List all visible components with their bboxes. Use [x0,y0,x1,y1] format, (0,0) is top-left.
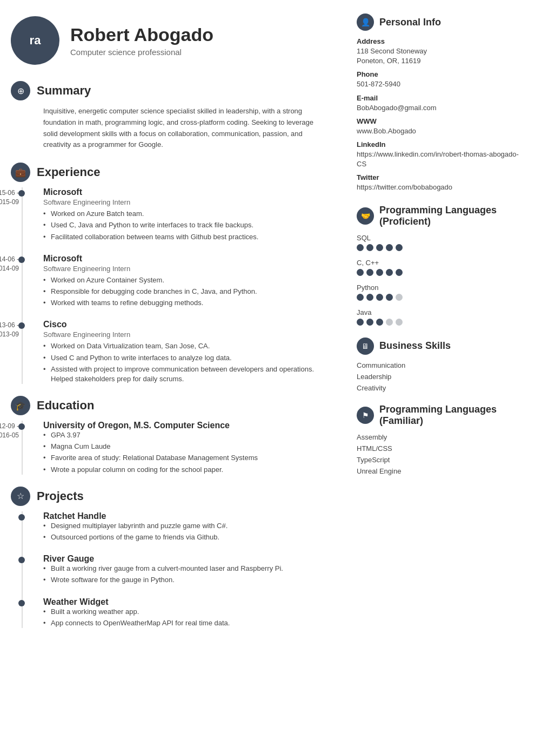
bullet-item: Built a working river gauge from a culve… [43,564,330,573]
filled-dot [386,244,393,251]
business-skills-icon: 🖥 [357,338,374,355]
filled-dot [357,319,364,326]
filled-dot [386,269,393,276]
filled-dot [366,319,373,326]
avatar: ra [11,16,59,65]
experience-date: 2013-06 - 2013-09 [0,321,19,339]
projects-icon: ☆ [11,487,30,506]
business-skills-section: 🖥 Business Skills CommunicationLeadershi… [357,338,524,392]
timeline-dot [18,600,25,606]
skill-name: Java [357,308,524,316]
filled-dot [376,269,383,276]
education-header: 🎓 Education [11,396,330,415]
bullet-item: Magna Cum Laude [43,442,330,451]
filled-dot [357,244,364,251]
project-title: River Gauge [43,554,330,564]
timeline-dot [18,514,25,521]
business-skills-title: Business Skills [379,340,451,352]
experience-item: 2014-06 - 2014-09MicrosoftSoftware Engin… [43,254,330,308]
summary-title: Summary [37,84,91,98]
business-skill-item: Communication [357,361,524,369]
empty-dot [396,319,403,326]
edu-bullets: GPA 3.97Magna Cum LaudeFavorite area of … [43,430,330,475]
linkedin-label: LinkedIn [357,140,524,148]
business-skills-list: CommunicationLeadershipCreativity [357,361,524,392]
personal-info-icon: 👤 [357,14,374,31]
summary-section: ⊕ Summary Inquisitive, energetic compute… [11,81,330,151]
email-block: E-mail BobAbogado@gmail.com [357,94,524,113]
skill-dots [357,319,524,326]
project-title: Weather Widget [43,597,330,607]
prog-proficient-header: 🤝 Programming Languages (Proficient) [357,205,524,227]
education-title: Education [37,399,94,413]
skill-dots [357,244,524,251]
summary-header: ⊕ Summary [11,81,330,100]
company-name: Microsoft [43,254,330,264]
email-label: E-mail [357,94,524,102]
skill-name: C, C++ [357,259,524,267]
filled-dot [376,319,383,326]
bullet-item: Worked on Data Virtualization team, San … [43,341,330,351]
skill-row: Python [357,284,524,301]
experience-header: 💼 Experience [11,163,330,182]
prog-familiar-icon: ⚑ [357,407,374,424]
bullet-item: Outsourced portions of the game to frien… [43,532,330,542]
business-skills-header: 🖥 Business Skills [357,338,524,355]
filled-dot [386,294,393,301]
project-item: Weather WidgetBuilt a working weather ap… [43,597,330,628]
bullet-item: Assisted with project to improve communi… [43,364,330,384]
skill-row: SQL [357,234,524,251]
familiar-lang-item: Unreal Engine [357,467,524,475]
header-text: Robert Abogado Computer science professi… [70,24,213,57]
bullet-item: Used C, Java and Python to write interfa… [43,220,330,230]
personal-info-header: 👤 Personal Info [357,14,524,31]
education-icon: 🎓 [11,396,30,415]
job-role: Software Engineering Intern [43,330,330,339]
prog-familiar-title: Programming Languages (Familiar) [379,404,524,427]
job-title: Computer science professional [70,48,213,57]
address-label: Address [357,37,524,45]
bullet-item: Facilitated collaboration between teams … [43,232,330,242]
school-name: University of Oregon, M.S. Computer Scie… [43,421,330,430]
bullet-item: Built a working weather app. [43,607,330,617]
linkedin-value: https://www.linkedin.com/in/robert-thoma… [357,150,524,169]
timeline-dot [18,557,25,563]
bullet-item: Wrote software for the gauge in Python. [43,575,330,585]
programming-proficient-section: 🤝 Programming Languages (Proficient) SQL… [357,205,524,326]
filled-dot [366,269,373,276]
company-name: Cisco [43,320,330,329]
project-bullets: Built a working river gauge from a culve… [43,564,330,585]
job-role: Software Engineering Intern [43,198,330,206]
timeline-dot [18,322,25,329]
job-role: Software Engineering Intern [43,265,330,273]
prog-proficient-skills: SQLC, C++PythonJava [357,234,524,326]
familiar-lang-item: HTML/CSS [357,444,524,453]
familiar-langs-list: AssemblyHTML/CSSTypeScriptUnreal Engine [357,433,524,475]
skill-name: Python [357,284,524,292]
twitter-value: https://twitter.com/bobabogado [357,183,524,192]
skill-row: Java [357,308,524,326]
empty-dot [396,294,403,301]
filled-dot [376,294,383,301]
timeline-dot [18,423,25,430]
education-timeline: 2012-09 - 2016-05University of Oregon, M… [11,421,330,475]
company-name: Microsoft [43,187,330,197]
prog-proficient-icon: 🤝 [357,207,374,225]
phone-block: Phone 501-872-5940 [357,70,524,89]
bullet-item: Designed multiplayer labyrinth and puzzl… [43,521,330,531]
skill-row: C, C++ [357,259,524,276]
familiar-lang-item: TypeScript [357,456,524,464]
phone-value: 501-872-5940 [357,79,524,89]
experience-date: 2015-06 - 2015-09 [0,188,19,207]
twitter-block: Twitter https://twitter.com/bobabogado [357,173,524,192]
twitter-label: Twitter [357,173,524,181]
programming-familiar-section: ⚑ Programming Languages (Familiar) Assem… [357,404,524,475]
summary-text: Inquisitive, energetic computer science … [11,106,330,151]
bullet-item: Favorite area of study: Relational Datab… [43,453,330,463]
project-item: Ratchet HandleDesigned multiplayer labyr… [43,511,330,542]
experience-icon: 💼 [11,163,30,182]
experience-bullets: Worked on Data Virtualization team, San … [43,341,330,384]
skill-dots [357,269,524,276]
bullet-item: Worked on Azure Container System. [43,275,330,285]
bullet-item: Worked with teams to refine debugging me… [43,298,330,308]
